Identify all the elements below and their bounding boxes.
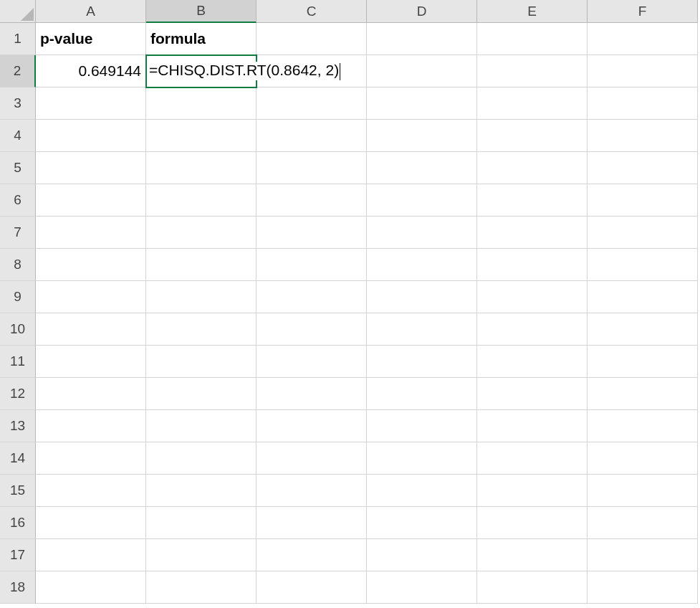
cell-C15[interactable] <box>256 475 367 507</box>
row-header-16[interactable]: 16 <box>0 507 36 539</box>
cell-D6[interactable] <box>367 184 477 217</box>
cell-E14[interactable] <box>477 442 588 475</box>
cell-D11[interactable] <box>367 346 477 378</box>
row-header-18[interactable]: 18 <box>0 571 36 604</box>
cell-A6[interactable] <box>36 184 146 217</box>
cell-F2[interactable] <box>588 55 698 87</box>
cell-D7[interactable] <box>367 217 477 249</box>
cell-C8[interactable] <box>256 249 367 281</box>
cell-F11[interactable] <box>588 346 698 378</box>
row-header-6[interactable]: 6 <box>0 184 36 217</box>
row-header-5[interactable]: 5 <box>0 152 36 184</box>
cell-C14[interactable] <box>256 442 367 475</box>
cell-F3[interactable] <box>588 87 698 120</box>
cell-E5[interactable] <box>477 152 588 184</box>
cell-F6[interactable] <box>588 184 698 217</box>
cell-F16[interactable] <box>588 507 698 539</box>
column-header-C[interactable]: C <box>256 0 367 23</box>
cell-C7[interactable] <box>256 217 367 249</box>
cell-E3[interactable] <box>477 87 588 120</box>
select-all-corner[interactable] <box>0 0 36 23</box>
spreadsheet-grid[interactable]: ABCDEF1p-valueformula20.649144=CHISQ.DIS… <box>0 0 700 604</box>
column-header-D[interactable]: D <box>367 0 477 23</box>
cell-F13[interactable] <box>588 410 698 442</box>
cell-E9[interactable] <box>477 281 588 313</box>
cell-C3[interactable] <box>256 87 367 120</box>
cell-C18[interactable] <box>256 571 367 604</box>
cell-D1[interactable] <box>367 23 477 55</box>
cell-A9[interactable] <box>36 281 146 313</box>
column-header-F[interactable]: F <box>588 0 698 23</box>
row-header-13[interactable]: 13 <box>0 410 36 442</box>
row-header-4[interactable]: 4 <box>0 120 36 152</box>
cell-F7[interactable] <box>588 217 698 249</box>
cell-C4[interactable] <box>256 120 367 152</box>
cell-F5[interactable] <box>588 152 698 184</box>
cell-A8[interactable] <box>36 249 146 281</box>
cell-D14[interactable] <box>367 442 477 475</box>
cell-B15[interactable] <box>146 475 256 507</box>
cell-E15[interactable] <box>477 475 588 507</box>
cell-E11[interactable] <box>477 346 588 378</box>
cell-B2[interactable]: =CHISQ.DIST.RT(0.8642, 2) <box>146 55 256 87</box>
column-header-E[interactable]: E <box>477 0 588 23</box>
cell-D4[interactable] <box>367 120 477 152</box>
cell-A3[interactable] <box>36 87 146 120</box>
cell-C9[interactable] <box>256 281 367 313</box>
cell-D5[interactable] <box>367 152 477 184</box>
cell-D3[interactable] <box>367 87 477 120</box>
cell-C10[interactable] <box>256 313 367 346</box>
cell-F15[interactable] <box>588 475 698 507</box>
cell-A13[interactable] <box>36 410 146 442</box>
cell-C1[interactable] <box>256 23 367 55</box>
cell-C16[interactable] <box>256 507 367 539</box>
cell-E7[interactable] <box>477 217 588 249</box>
cell-D16[interactable] <box>367 507 477 539</box>
row-header-8[interactable]: 8 <box>0 249 36 281</box>
cell-B7[interactable] <box>146 217 256 249</box>
cell-D2[interactable] <box>367 55 477 87</box>
cell-B3[interactable] <box>146 87 256 120</box>
column-header-B[interactable]: B <box>146 0 256 23</box>
cell-C13[interactable] <box>256 410 367 442</box>
cell-E4[interactable] <box>477 120 588 152</box>
cell-A18[interactable] <box>36 571 146 604</box>
cell-E10[interactable] <box>477 313 588 346</box>
cell-C11[interactable] <box>256 346 367 378</box>
cell-B12[interactable] <box>146 378 256 410</box>
cell-F9[interactable] <box>588 281 698 313</box>
cell-C5[interactable] <box>256 152 367 184</box>
cell-A17[interactable] <box>36 539 146 571</box>
column-header-A[interactable]: A <box>36 0 146 23</box>
cell-A11[interactable] <box>36 346 146 378</box>
cell-F1[interactable] <box>588 23 698 55</box>
cell-F18[interactable] <box>588 571 698 604</box>
cell-B8[interactable] <box>146 249 256 281</box>
cell-B5[interactable] <box>146 152 256 184</box>
row-header-14[interactable]: 14 <box>0 442 36 475</box>
row-header-2[interactable]: 2 <box>0 55 36 87</box>
cell-D12[interactable] <box>367 378 477 410</box>
row-header-9[interactable]: 9 <box>0 281 36 313</box>
cell-F4[interactable] <box>588 120 698 152</box>
cell-E1[interactable] <box>477 23 588 55</box>
row-header-17[interactable]: 17 <box>0 539 36 571</box>
cell-E17[interactable] <box>477 539 588 571</box>
cell-B18[interactable] <box>146 571 256 604</box>
cell-A10[interactable] <box>36 313 146 346</box>
cell-E13[interactable] <box>477 410 588 442</box>
cell-C6[interactable] <box>256 184 367 217</box>
cell-E2[interactable] <box>477 55 588 87</box>
cell-D8[interactable] <box>367 249 477 281</box>
cell-B6[interactable] <box>146 184 256 217</box>
cell-A1[interactable]: p-value <box>36 23 146 55</box>
cell-D13[interactable] <box>367 410 477 442</box>
cell-A15[interactable] <box>36 475 146 507</box>
cell-C17[interactable] <box>256 539 367 571</box>
cell-B14[interactable] <box>146 442 256 475</box>
cell-D9[interactable] <box>367 281 477 313</box>
cell-B16[interactable] <box>146 507 256 539</box>
cell-A14[interactable] <box>36 442 146 475</box>
row-header-1[interactable]: 1 <box>0 23 36 55</box>
cell-F8[interactable] <box>588 249 698 281</box>
